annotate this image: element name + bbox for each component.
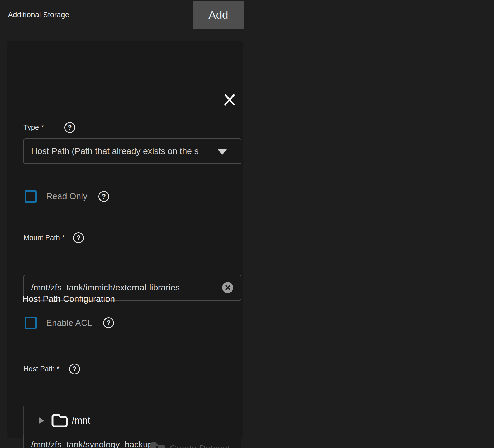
- read-only-checkbox[interactable]: [25, 190, 37, 203]
- chevron-down-icon: [218, 149, 227, 155]
- tree-node-mnt[interactable]: /mnt: [24, 406, 241, 435]
- type-select-value: Host Path (Path that already exists on t…: [31, 146, 199, 156]
- create-dataset-label: Create Dataset: [170, 443, 230, 448]
- type-select[interactable]: Host Path (Path that already exists on t…: [23, 138, 241, 164]
- read-only-label: Read Only: [46, 191, 87, 201]
- type-field-label-row: Type * ?: [23, 122, 75, 133]
- tree-node-label: /mnt: [72, 415, 90, 426]
- help-icon[interactable]: ?: [103, 317, 114, 328]
- storage-item-card: Type * ? Host Path (Path that already ex…: [7, 41, 243, 438]
- help-icon[interactable]: ?: [98, 191, 109, 202]
- mount-path-label: Mount Path *: [23, 234, 65, 242]
- host-path-label: Host Path *: [23, 365, 60, 373]
- host-path-configuration-heading: Host Path Configuration: [22, 294, 115, 304]
- host-path-label-row: Host Path * ?: [23, 364, 80, 374]
- expand-arrow-icon[interactable]: [39, 417, 44, 424]
- clear-x-icon: [225, 285, 231, 290]
- help-icon[interactable]: ?: [64, 122, 75, 133]
- help-icon[interactable]: ?: [73, 232, 84, 243]
- close-icon: [224, 93, 235, 106]
- enable-acl-checkbox[interactable]: [25, 317, 37, 329]
- close-button[interactable]: [223, 93, 236, 107]
- add-button[interactable]: Add: [193, 1, 244, 29]
- type-field-label: Type *: [23, 123, 44, 132]
- app-page: { "header": { "title": "Additional Stora…: [0, 0, 494, 448]
- help-icon[interactable]: ?: [69, 364, 80, 374]
- mount-path-label-row: Mount Path * ?: [23, 232, 84, 243]
- file-tree: /mnt: [23, 406, 241, 435]
- enable-acl-label: Enable ACL: [46, 318, 92, 328]
- clear-button[interactable]: [222, 282, 233, 293]
- create-dataset-button[interactable]: Create Dataset: [150, 442, 230, 448]
- create-dataset-folder-plus-icon: [150, 442, 165, 448]
- folder-icon: [51, 413, 68, 428]
- section-title: Additional Storage: [8, 11, 69, 19]
